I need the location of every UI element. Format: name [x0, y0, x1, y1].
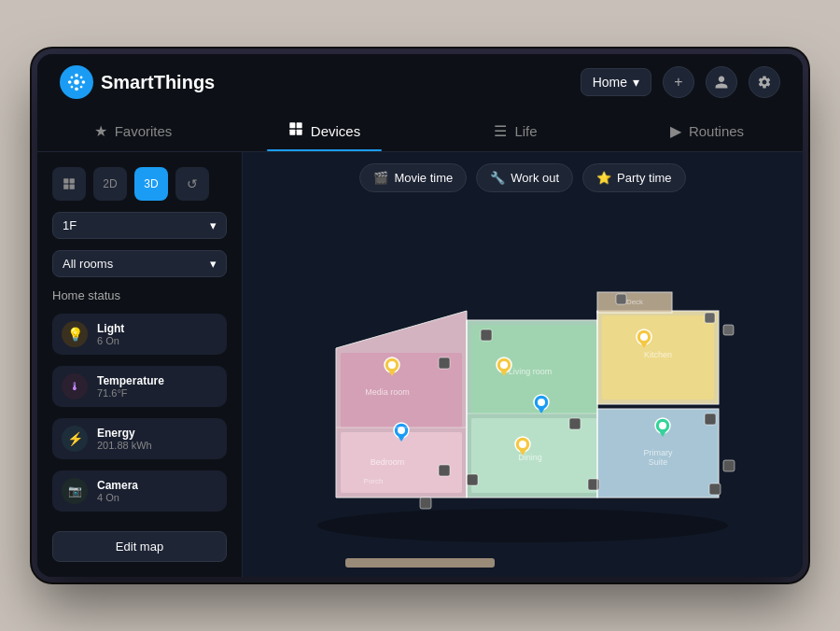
tab-life-label: Life [514, 123, 537, 139]
svg-rect-66 [420, 498, 431, 509]
svg-point-53 [519, 441, 526, 448]
svg-point-41 [388, 361, 396, 369]
energy-name: Energy [97, 427, 217, 440]
party-icon: ⭐ [596, 171, 611, 185]
devices-icon [288, 121, 303, 140]
routines-icon: ▶ [670, 122, 681, 140]
svg-point-5 [80, 77, 83, 79]
status-item-light[interactable]: 💡 Light 6 On [52, 314, 227, 355]
profile-button[interactable] [706, 66, 737, 98]
status-item-camera[interactable]: 📷 Camera 4 On [52, 470, 227, 512]
svg-rect-69 [709, 484, 721, 495]
2d-label: 2D [103, 177, 117, 190]
svg-rect-61 [481, 330, 492, 341]
tab-favorites[interactable]: ★ Favorites [37, 110, 229, 151]
movie-time-button[interactable]: 🎬 Movie time [359, 163, 467, 192]
floor-map-container: Media room Bedroom Living room Dining Ki… [243, 203, 803, 577]
svg-text:Primary: Primary [644, 448, 673, 457]
camera-info: Camera 4 On [97, 479, 217, 503]
2d-view-button[interactable]: 2D [93, 167, 127, 201]
light-icon: 💡 [62, 321, 88, 347]
svg-text:Living room: Living room [509, 367, 553, 376]
add-button[interactable]: + [663, 66, 694, 98]
svg-point-2 [82, 80, 86, 84]
room-selector[interactable]: All rooms ▾ [52, 250, 227, 277]
svg-point-47 [500, 361, 508, 369]
svg-rect-72 [723, 325, 734, 335]
svg-text:Media room: Media room [365, 387, 410, 397]
svg-rect-15 [63, 185, 68, 189]
svg-rect-14 [70, 178, 75, 183]
temp-name: Temperature [97, 374, 217, 387]
light-value: 6 On [97, 335, 217, 346]
favorites-icon: ★ [94, 122, 107, 140]
light-name: Light [97, 322, 217, 335]
svg-text:Suite: Suite [649, 457, 668, 467]
nav-tabs: ★ Favorites Devices ☰ Life ▶ Routines [37, 110, 803, 152]
svg-point-1 [75, 74, 78, 77]
app-title: SmartThings [101, 72, 215, 93]
temp-icon: 🌡 [62, 373, 88, 400]
camera-icon: 📷 [62, 478, 88, 504]
header: SmartThings Home ▾ + [37, 54, 803, 110]
main-content: 2D 3D ↺ 1F ▾ All rooms [37, 152, 803, 577]
tab-life[interactable]: ☰ Life [420, 110, 611, 151]
tab-routines-label: Routines [689, 123, 744, 139]
room-arrow: ▾ [210, 257, 217, 271]
light-info: Light 6 On [97, 322, 217, 346]
svg-rect-13 [63, 178, 68, 183]
edit-map-button[interactable]: Edit map [52, 531, 227, 562]
workout-icon: 🔧 [490, 171, 505, 185]
svg-rect-12 [296, 130, 301, 135]
svg-rect-62 [569, 418, 581, 429]
svg-rect-9 [289, 122, 295, 128]
floor-plan-svg: Media room Bedroom Living room Dining Ki… [280, 236, 765, 544]
tv-frame: SmartThings Home ▾ + ★ Favorites [37, 54, 803, 577]
svg-rect-63 [705, 414, 716, 425]
workout-button[interactable]: 🔧 Work out [476, 163, 573, 192]
svg-text:Bedroom: Bedroom [371, 457, 405, 467]
3d-view-button[interactable]: 3D [134, 167, 168, 201]
home-selector-arrow: ▾ [633, 75, 639, 90]
svg-rect-64 [723, 460, 735, 471]
status-item-energy[interactable]: ⚡ Energy 201.88 kWh [52, 418, 227, 459]
tab-devices-label: Devices [311, 123, 360, 139]
svg-point-7 [71, 86, 74, 89]
app-shell: SmartThings Home ▾ + ★ Favorites [37, 54, 803, 577]
svg-point-50 [538, 399, 545, 406]
svg-rect-67 [467, 474, 478, 485]
grid-view-button[interactable] [52, 167, 86, 201]
energy-value: 201.88 kWh [97, 440, 217, 451]
tab-routines[interactable]: ▶ Routines [611, 110, 803, 151]
svg-rect-60 [439, 358, 450, 369]
workout-label: Work out [511, 171, 559, 185]
svg-rect-71 [705, 313, 715, 323]
smartthings-logo-icon [60, 65, 93, 99]
tab-devices[interactable]: Devices [229, 110, 420, 151]
tab-favorites-label: Favorites [115, 123, 173, 139]
history-view-button[interactable]: ↺ [175, 167, 209, 201]
svg-point-4 [68, 80, 72, 84]
svg-rect-11 [289, 130, 295, 135]
status-item-temp[interactable]: 🌡 Temperature 71.6°F [52, 366, 227, 407]
scene-buttons: 🎬 Movie time 🔧 Work out ⭐ Party time [243, 152, 803, 203]
svg-text:Kitchen: Kitchen [644, 350, 672, 359]
camera-value: 4 On [97, 492, 217, 503]
svg-point-17 [317, 509, 728, 542]
svg-point-6 [80, 86, 83, 89]
party-time-button[interactable]: ⭐ Party time [582, 163, 686, 192]
energy-icon: ⚡ [62, 426, 88, 452]
home-selector[interactable]: Home ▾ [581, 68, 651, 96]
svg-point-0 [74, 79, 79, 85]
floor-selector[interactable]: 1F ▾ [52, 212, 227, 239]
svg-text:Deck: Deck [626, 298, 644, 306]
svg-point-3 [75, 88, 78, 91]
home-selector-label: Home [593, 75, 627, 90]
room-label: All rooms [63, 257, 113, 271]
temp-value: 71.6°F [97, 387, 217, 399]
floor-arrow: ▾ [210, 218, 217, 232]
sidebar: 2D 3D ↺ 1F ▾ All rooms [37, 152, 243, 577]
svg-point-59 [659, 422, 666, 429]
energy-info: Energy 201.88 kWh [97, 427, 217, 451]
settings-button[interactable] [749, 66, 780, 98]
